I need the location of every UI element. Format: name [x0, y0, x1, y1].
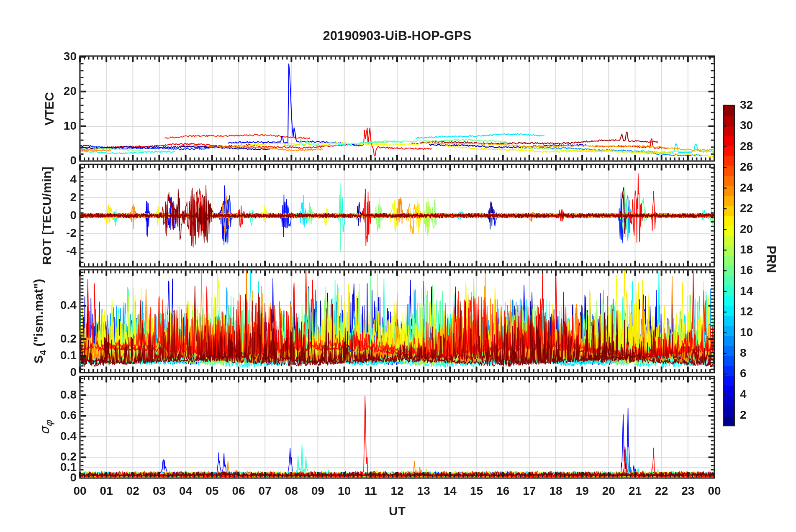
colorbar-tick-label: 2 [740, 408, 769, 422]
colorbar-tick-label: 30 [740, 119, 769, 132]
colorbar-tick-label: 22 [740, 202, 769, 215]
y-tick-label: 0 [25, 366, 77, 379]
x-tick-label: 00 [698, 484, 731, 498]
colorbar-tick-label: 32 [740, 98, 769, 112]
colorbar-tick-label: 12 [740, 305, 769, 318]
y-axis-label-text: σ [37, 427, 52, 435]
colorbar-tick-label: 24 [740, 181, 769, 194]
y-axis-label-text: 4 [38, 350, 48, 355]
figure-20190903-uib-hop-gps: 20190903-UiB-HOP-GPS 0001020304050607080… [0, 0, 796, 532]
y-axis-label-sigma_phi: σφ [37, 420, 55, 435]
colorbar-tick-label: 4 [740, 388, 769, 401]
colorbar-tick-label: 28 [740, 140, 769, 153]
y-axis-label-rot: ROT [TECU/min] [40, 166, 54, 265]
y-axis-label-text: VTEC [42, 92, 56, 125]
y-axis-label-text: ("ism.mat") [31, 279, 45, 350]
y-tick-label: 0 [25, 154, 77, 167]
x-axis-label: UT [80, 504, 714, 518]
colorbar-tick-label: 20 [740, 223, 769, 236]
y-axis-label-text: ROT [TECU/min] [40, 166, 54, 265]
page-title: 20190903-UiB-HOP-GPS [80, 28, 714, 43]
colorbar-tick-label: 14 [740, 284, 769, 298]
y-axis-label-s4: S4 ("ism.mat") [31, 279, 49, 363]
colorbar-tick-label: 26 [740, 160, 769, 174]
y-tick-label: 0.2 [25, 450, 77, 463]
colorbar-tick-label: 8 [740, 346, 769, 360]
y-axis-label-text: S [31, 355, 45, 363]
y-tick-label: 0.8 [25, 388, 77, 402]
plot-canvas [0, 0, 796, 532]
y-axis-label-text: φ [43, 420, 55, 427]
colorbar-tick-label: 6 [740, 367, 769, 380]
colorbar-label: PRN [763, 246, 778, 273]
colorbar-tick-label: 10 [740, 326, 769, 339]
y-tick-label: 30 [25, 50, 77, 63]
y-axis-label-vtec: VTEC [42, 92, 56, 125]
